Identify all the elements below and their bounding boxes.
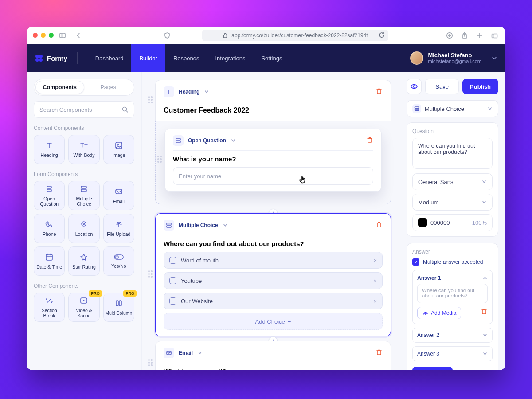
component-date-time[interactable]: Date & Time xyxy=(34,246,65,276)
weight-select[interactable]: Medium xyxy=(412,194,493,211)
question-title[interactable]: Where can you find out about our product… xyxy=(164,240,383,247)
add-choice-button[interactable]: Add Choice+ xyxy=(164,313,383,330)
svg-rect-34 xyxy=(119,301,121,306)
heading-title[interactable]: Customer Feedback 2022 xyxy=(164,106,383,114)
svg-point-49 xyxy=(160,161,161,162)
nav-dashboard[interactable]: Dashboard xyxy=(87,44,132,72)
choice-option[interactable]: Youtube× xyxy=(164,272,383,289)
svg-line-30 xyxy=(47,299,51,302)
lock-icon xyxy=(223,33,228,38)
answer-textarea[interactable]: Where can you find out about our product… xyxy=(417,284,488,303)
component-multi-column[interactable]: PROMulti Column xyxy=(103,293,134,322)
new-tab-icon[interactable] xyxy=(475,31,484,40)
block-email[interactable]: Email What is your email? xyxy=(155,341,391,370)
answer-item-3[interactable]: Answer 3 xyxy=(412,346,493,361)
chevron-down-icon[interactable] xyxy=(204,89,209,94)
publish-button[interactable]: Publish xyxy=(462,79,498,94)
shield-icon[interactable] xyxy=(163,31,172,40)
add-answer-button[interactable]: Add Answer xyxy=(412,367,453,370)
remove-choice-icon[interactable]: × xyxy=(373,257,377,264)
answer-item-1[interactable]: Answer 1 Where can you find out about ou… xyxy=(412,270,493,324)
component-multiple-choice[interactable]: Multiple Choice xyxy=(68,181,99,210)
user-email: michstefano@gmail.com xyxy=(428,59,481,64)
chevron-down-icon[interactable] xyxy=(231,138,236,143)
choice-option[interactable]: Our Website× xyxy=(164,293,383,309)
drag-handle-icon[interactable] xyxy=(148,359,153,368)
minimize-window[interactable] xyxy=(41,33,46,38)
svg-point-37 xyxy=(149,99,149,100)
drag-handle-icon[interactable] xyxy=(157,155,162,165)
user-menu[interactable]: Michael Stefano michstefano@gmail.com xyxy=(410,51,497,65)
remove-choice-icon[interactable]: × xyxy=(373,298,377,305)
component-video-sound[interactable]: PROVideo & Sound xyxy=(68,293,99,322)
chevron-down-icon[interactable] xyxy=(223,223,228,228)
svg-rect-50 xyxy=(176,138,180,140)
checkbox-checked-icon[interactable]: ✓ xyxy=(412,258,419,266)
nav-responds[interactable]: Responds xyxy=(165,44,207,72)
address-bar[interactable]: app.formy.co/builder/customer-feedback-2… xyxy=(202,30,388,41)
chevron-up-icon[interactable] xyxy=(482,275,488,281)
svg-point-10 xyxy=(35,58,39,62)
delete-icon[interactable] xyxy=(376,348,383,357)
svg-rect-0 xyxy=(60,33,65,38)
drop-zone[interactable]: Open Question What is your name? Enter y… xyxy=(155,120,391,204)
nav-settings[interactable]: Settings xyxy=(253,44,290,72)
question-title[interactable]: What is your name? xyxy=(173,155,373,163)
component-email[interactable]: Email xyxy=(103,181,134,210)
component-phone[interactable]: Phone xyxy=(34,214,65,243)
component-star-rating[interactable]: Star Rating xyxy=(68,246,99,276)
search-input[interactable]: Search Components xyxy=(34,101,134,118)
nav-integrations[interactable]: Integrations xyxy=(207,44,253,72)
download-icon[interactable] xyxy=(445,31,454,40)
maximize-window[interactable] xyxy=(49,33,54,38)
sidebar-toggle-icon[interactable] xyxy=(58,31,67,40)
save-button[interactable]: Save xyxy=(425,79,459,94)
block-multiple-choice[interactable]: Multiple Choice Where can you find out a… xyxy=(155,213,391,336)
svg-point-36 xyxy=(151,96,152,97)
svg-point-71 xyxy=(151,365,152,366)
tab-components[interactable]: Components xyxy=(35,81,84,94)
remove-choice-icon[interactable]: × xyxy=(373,278,377,284)
component-image[interactable]: Image xyxy=(103,135,134,164)
block-open-question[interactable]: Open Question What is your name? Enter y… xyxy=(164,129,382,192)
brand-logo[interactable]: Formy xyxy=(35,54,67,63)
delete-icon[interactable] xyxy=(366,136,373,145)
back-icon[interactable] xyxy=(74,31,83,40)
component-heading[interactable]: Heading xyxy=(34,135,65,164)
nav-builder[interactable]: Builder xyxy=(131,44,165,72)
text-input[interactable]: Enter your name xyxy=(173,167,373,185)
label: Question xyxy=(412,128,493,134)
tabs-icon[interactable] xyxy=(490,31,499,40)
component-section-break[interactable]: Section Break xyxy=(34,293,65,322)
delete-icon[interactable] xyxy=(376,87,383,96)
answer-item-2[interactable]: Answer 2 xyxy=(412,328,493,343)
delete-answer-icon[interactable] xyxy=(481,308,488,316)
component-yes-no[interactable]: Yes/No xyxy=(103,246,134,276)
preview-button[interactable] xyxy=(407,79,422,94)
add-media-button[interactable]: Add Media xyxy=(417,307,461,319)
drag-handle-icon[interactable] xyxy=(148,270,153,280)
delete-icon[interactable] xyxy=(376,221,383,230)
component-open-question[interactable]: Open Question xyxy=(34,181,65,210)
question-title[interactable]: What is your email? xyxy=(164,368,383,370)
color-row[interactable]: 000000 100% xyxy=(412,214,493,231)
component-location[interactable]: Location xyxy=(68,214,99,243)
block-heading[interactable]: Heading Customer Feedback 2022 xyxy=(155,80,391,121)
block-type-select[interactable]: Multiple Choice xyxy=(407,100,498,117)
component-with-body[interactable]: With Body xyxy=(68,135,99,164)
share-icon[interactable] xyxy=(460,31,469,40)
search-placeholder: Search Components xyxy=(39,106,92,113)
choice-option[interactable]: Word of mouth× xyxy=(164,252,383,269)
close-window[interactable] xyxy=(33,33,38,38)
svg-point-40 xyxy=(151,102,152,102)
chevron-down-icon[interactable] xyxy=(197,350,203,356)
component-file-upload[interactable]: File Upload xyxy=(103,214,134,243)
question-textarea[interactable]: Where can you find out about our product… xyxy=(412,138,493,169)
canvas: Heading Customer Feedback 2022 Open Ques… xyxy=(142,72,399,370)
svg-rect-2 xyxy=(224,35,227,38)
main-nav: Dashboard Builder Responds Integrations … xyxy=(87,44,290,72)
tab-pages[interactable]: Pages xyxy=(84,81,133,94)
reload-icon[interactable] xyxy=(379,32,385,39)
font-select[interactable]: General Sans xyxy=(412,173,493,190)
drag-handle-icon[interactable] xyxy=(148,96,153,106)
